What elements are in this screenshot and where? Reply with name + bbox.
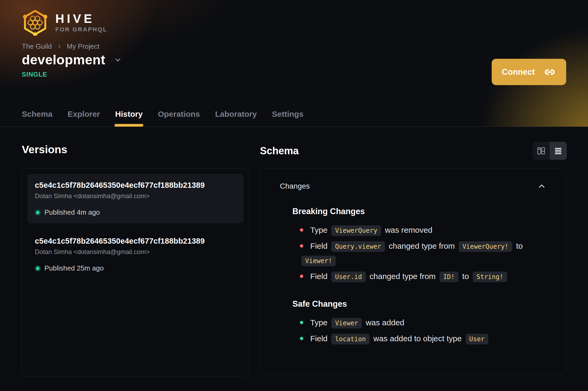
bullet-icon — [300, 244, 303, 248]
tab-history[interactable]: History — [115, 110, 143, 127]
brand-tagline: FOR GRAPHQL — [55, 26, 107, 33]
page-header: HIVE FOR GRAPHQL The Guild My Project de… — [0, 0, 588, 127]
breadcrumb: The Guild My Project — [22, 42, 566, 51]
list-view-button[interactable] — [550, 142, 567, 160]
code-chip: User — [466, 334, 488, 344]
code-chip: ViewerQuery! — [459, 241, 512, 252]
chevron-up-icon — [537, 181, 547, 191]
change-text: Field — [310, 272, 330, 281]
list-view-icon — [553, 146, 563, 156]
main-content: Versions c5e4c1c5f78b26465350e4ecf677cf1… — [0, 127, 588, 376]
bullet-icon — [300, 321, 303, 324]
code-chip: User.id — [331, 272, 366, 282]
target-title-row: development — [22, 52, 566, 68]
status-badge: SINGLE — [22, 71, 566, 78]
version-card[interactable]: c5e4c1c5f78b26465350e4ecf677cf188bb21389… — [27, 174, 243, 223]
versions-list: c5e4c1c5f78b26465350e4ecf677cf188bb21389… — [22, 168, 249, 376]
change-group-safe: Safe ChangesType Viewer was addedField l… — [292, 299, 547, 346]
change-group-breaking: Breaking ChangesType ViewerQuery was rem… — [292, 207, 547, 284]
bullet-icon — [300, 228, 303, 232]
change-group-title: Breaking Changes — [292, 207, 547, 216]
change-list: Type Viewer was addedField location was … — [292, 316, 547, 346]
code-chip: Viewer — [331, 318, 362, 328]
code-chip: String! — [473, 272, 507, 282]
change-list: Type ViewerQuery was removedField Query.… — [292, 223, 547, 284]
link-icon — [543, 66, 556, 78]
change-text: to — [460, 272, 471, 281]
change-text: Field — [310, 242, 330, 250]
columns-view-icon — [536, 146, 546, 156]
change-item: Field location was added to object type … — [300, 332, 541, 346]
changes-collapse-row[interactable]: Changes — [280, 181, 547, 191]
hive-logo-icon — [22, 10, 48, 36]
version-author: Dotan Simha <dotansimha@gmail.com> — [35, 192, 236, 200]
bullet-icon — [300, 274, 303, 278]
brand-text: HIVE FOR GRAPHQL — [55, 13, 107, 33]
tab-schema[interactable]: Schema — [22, 110, 52, 127]
change-text: was removed — [383, 226, 432, 234]
change-text: Field — [310, 334, 330, 343]
version-status-text: Published 25m ago — [44, 264, 104, 272]
code-chip: location — [331, 334, 370, 344]
changes-heading: Changes — [280, 182, 310, 190]
tab-explorer[interactable]: Explorer — [68, 110, 100, 127]
brand: HIVE FOR GRAPHQL — [22, 0, 566, 36]
version-hash: c5e4c1c5f78b26465350e4ecf677cf188bb21389 — [35, 181, 236, 190]
change-group-title: Safe Changes — [292, 299, 547, 309]
tab-bar: SchemaExplorerHistoryOperationsLaborator… — [22, 110, 304, 127]
versions-panel: Versions c5e4c1c5f78b26465350e4ecf677cf1… — [22, 127, 249, 376]
bullet-icon — [300, 337, 303, 340]
change-item: Field User.id changed type from ID! to S… — [300, 269, 541, 284]
columns-view-button[interactable] — [533, 142, 550, 160]
change-text: Type — [310, 226, 330, 234]
code-chip: Query.viewer — [331, 241, 385, 252]
connect-button-label: Connect — [502, 67, 535, 77]
change-text: to — [514, 242, 523, 250]
version-status-text: Published 4m ago — [44, 208, 100, 217]
breadcrumb-project[interactable]: My Project — [67, 42, 100, 51]
schema-panel: Schema — [260, 127, 567, 376]
change-groups: Breaking ChangesType ViewerQuery was rem… — [292, 207, 547, 346]
versions-heading: Versions — [22, 143, 249, 156]
code-chip: ID! — [440, 272, 458, 282]
tab-operations[interactable]: Operations — [158, 110, 200, 127]
view-toggle — [533, 142, 567, 160]
change-text: changed type from — [367, 272, 438, 281]
change-item: Field Query.viewer changed type from Vie… — [300, 239, 541, 268]
version-hash: c5e4c1c5f78b26465350e4ecf677cf188bb21389 — [35, 237, 236, 246]
change-text: was added to object type — [371, 334, 464, 343]
version-status: Published 25m ago — [35, 264, 236, 272]
code-chip: Viewer! — [301, 256, 336, 266]
code-chip: ViewerQuery — [331, 225, 381, 236]
version-author: Dotan Simha <dotansimha@gmail.com> — [35, 248, 236, 256]
change-item: Type Viewer was added — [300, 316, 541, 330]
change-text: Type — [310, 318, 330, 327]
published-dot-icon — [35, 265, 41, 271]
schema-header-row: Schema — [260, 142, 567, 160]
chevron-down-icon — [113, 55, 122, 64]
chevron-right-icon — [56, 43, 63, 50]
page-title: development — [22, 52, 105, 68]
tab-settings[interactable]: Settings — [272, 110, 303, 127]
tab-laboratory[interactable]: Laboratory — [215, 110, 257, 127]
changes-panel: Changes Breaking ChangesType ViewerQuery… — [260, 168, 567, 374]
version-card[interactable]: c5e4c1c5f78b26465350e4ecf677cf188bb21389… — [27, 230, 243, 279]
change-item: Type ViewerQuery was removed — [300, 223, 541, 238]
breadcrumb-org[interactable]: The Guild — [22, 42, 52, 51]
connect-button[interactable]: Connect — [492, 59, 566, 85]
target-selector-button[interactable] — [113, 55, 122, 64]
schema-heading: Schema — [260, 145, 299, 157]
published-dot-icon — [35, 210, 41, 215]
brand-name: HIVE — [55, 13, 107, 25]
change-text: was added — [363, 318, 404, 327]
change-text: changed type from — [387, 242, 457, 250]
version-status: Published 4m ago — [35, 208, 236, 217]
